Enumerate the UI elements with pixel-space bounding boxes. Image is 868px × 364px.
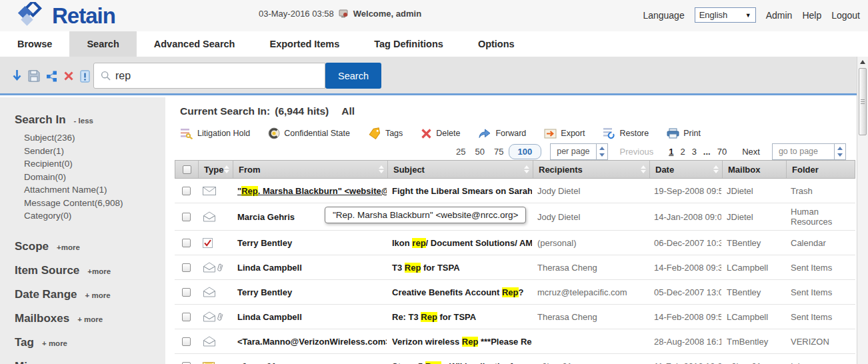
page-number-1[interactable]: 1 xyxy=(665,147,677,157)
sidebar-item-sender[interactable]: Sender(1) xyxy=(24,145,165,158)
sidebar-item-subject[interactable]: Subject(236) xyxy=(24,131,165,145)
subject-cell[interactable]: T3 Rep for TSPA xyxy=(387,263,532,273)
admin-link[interactable]: Admin xyxy=(766,10,793,21)
search-tool-icons xyxy=(12,69,90,83)
sidebar-item-domain[interactable]: Domain(0) xyxy=(24,171,165,184)
row-checkbox[interactable] xyxy=(182,239,191,247)
subject-cell[interactable]: Ikon rep/ Document Solutions/ AM Meeting xyxy=(387,238,532,248)
page-number-70[interactable]: 70 xyxy=(714,147,730,157)
tab-tag-definitions[interactable]: Tag Definitions xyxy=(357,31,461,57)
saved-searches-icon[interactable] xyxy=(80,70,90,83)
column-header-subject[interactable]: Subject xyxy=(387,161,533,178)
forward-button[interactable]: Forward xyxy=(478,128,526,139)
from-cell[interactable]: Terry Bentley xyxy=(232,238,387,248)
page-size-50[interactable]: 50 xyxy=(471,145,489,158)
language-select[interactable]: English ▼ xyxy=(695,7,756,23)
sidebar-section-mailboxes: Mailboxes+ more xyxy=(0,312,165,325)
column-header-from[interactable]: From xyxy=(233,161,387,178)
subject-cell[interactable]: Creative Benefits Account Rep? xyxy=(387,287,532,297)
scrollbar-thumb[interactable] xyxy=(859,68,867,135)
subject-cell[interactable]: Fight the Liberal Smears on Sarah Palin xyxy=(387,186,532,196)
main-scrollbar[interactable] xyxy=(857,57,868,364)
per-page-spinner[interactable]: per page xyxy=(550,143,607,160)
date-cell: 06-Dec-2007 10:33 xyxy=(649,238,721,248)
select-all-checkbox[interactable] xyxy=(183,165,191,174)
tab-search[interactable]: Search xyxy=(69,31,136,57)
sidebar-section-toggle[interactable]: + more xyxy=(85,291,111,299)
sort-arrows-icon[interactable] xyxy=(641,165,646,173)
from-cell[interactable]: <Tara.Manno@VerizonWireless.com> xyxy=(232,337,387,347)
sidebar-item-recipient[interactable]: Recipient(0) xyxy=(24,157,165,171)
column-header-date[interactable]: Date xyxy=(649,161,722,178)
subject-cell[interactable]: Verizon wireless Rep ***Please Read*** xyxy=(387,337,532,347)
column-header-type[interactable]: Type xyxy=(198,161,233,178)
search-input[interactable] xyxy=(115,70,318,82)
clear-icon[interactable] xyxy=(63,71,74,81)
language-label: Language xyxy=(643,10,684,21)
confidential-state-button[interactable]: Confidential State xyxy=(268,127,350,139)
tags-button[interactable]: Tags xyxy=(368,127,403,139)
goto-page-spinner[interactable]: go to page xyxy=(772,143,846,160)
page-number-3[interactable]: 3 xyxy=(689,147,700,157)
help-link[interactable]: Help xyxy=(802,10,821,21)
column-header-recipients[interactable]: Recipients xyxy=(533,161,649,178)
from-cell[interactable]: Linda Campbell xyxy=(232,312,387,322)
from-cell[interactable]: Terry Bentley xyxy=(232,287,387,297)
save-icon[interactable] xyxy=(28,70,40,82)
sidebar-section-toggle[interactable]: +more xyxy=(87,267,111,275)
row-checkbox[interactable] xyxy=(182,263,191,272)
print-button[interactable]: Print xyxy=(667,128,701,139)
share-icon[interactable] xyxy=(46,71,57,82)
page-number-2[interactable]: 2 xyxy=(677,147,688,157)
row-checkbox[interactable] xyxy=(182,337,191,346)
litigation-hold-button[interactable]: Litigation Hold xyxy=(180,128,250,139)
folder-cell: VERIZON xyxy=(785,337,855,347)
sidebar-section-toggle[interactable]: +more xyxy=(57,243,80,251)
tab-browse[interactable]: Browse xyxy=(0,31,69,57)
page-size-100[interactable]: 100 xyxy=(509,144,542,159)
item-type-cell xyxy=(197,262,232,273)
subject-cell[interactable]: Re: T3 Rep for TSPA xyxy=(387,312,532,322)
from-cell[interactable]: c0neve01 xyxy=(232,361,387,364)
from-cell[interactable]: "Rep. Marsha Blackburn" <website@nrcc.or xyxy=(232,186,387,196)
page-size-75[interactable]: 75 xyxy=(489,145,508,158)
search-in-toggle[interactable]: - less xyxy=(74,117,93,125)
tab-advanced-search[interactable]: Advanced Search xyxy=(137,31,253,57)
search-button[interactable]: Search xyxy=(325,63,381,89)
sort-arrows-icon[interactable] xyxy=(224,165,229,173)
restore-button[interactable]: Restore xyxy=(603,127,649,139)
export-button[interactable]: Export xyxy=(544,129,585,139)
delete-button[interactable]: Delete xyxy=(421,128,460,139)
next-page-button[interactable]: Next xyxy=(739,147,763,157)
scroll-up-icon[interactable] xyxy=(860,60,865,64)
tab-exported-items[interactable]: Exported Items xyxy=(252,31,357,57)
spinner-arrows-icon[interactable] xyxy=(596,144,607,159)
download-icon[interactable] xyxy=(12,69,22,83)
item-type-cell xyxy=(197,311,232,322)
row-checkbox[interactable] xyxy=(182,187,191,195)
sidebar-item-category[interactable]: Category(0) xyxy=(24,209,165,223)
sort-arrows-icon[interactable] xyxy=(713,165,719,173)
spinner-arrows-icon[interactable] xyxy=(834,144,845,159)
sidebar-section-toggle[interactable]: + more xyxy=(77,315,103,323)
sort-arrows-icon[interactable] xyxy=(379,165,384,173)
results-scope[interactable]: All xyxy=(341,105,355,117)
row-checkbox[interactable] xyxy=(182,313,191,321)
page-size-25[interactable]: 25 xyxy=(451,145,470,158)
row-checkbox[interactable] xyxy=(182,288,191,297)
previous-page-button[interactable]: Previous xyxy=(617,147,657,157)
sidebar-section-toggle[interactable]: + more xyxy=(42,339,67,347)
app-header: Retain 03-May-2016 03:58 Welcome, admin … xyxy=(0,0,868,31)
logout-link[interactable]: Logout xyxy=(831,10,860,21)
tab-options[interactable]: Options xyxy=(461,31,532,57)
row-checkbox[interactable] xyxy=(182,213,191,221)
sort-arrows-icon[interactable] xyxy=(524,165,529,173)
row-checkbox[interactable] xyxy=(182,362,191,364)
sidebar-item-message-content[interactable]: Message Content(6,908) xyxy=(24,197,165,210)
subject-cell[interactable]: Stage 5 Rep - Wikipedia, the free encycl xyxy=(387,361,532,364)
recipients-cell: Therasa Cheng xyxy=(532,312,649,322)
recipients-cell: Jody Dietel xyxy=(532,186,649,196)
mailbox-cell: LCampbell xyxy=(721,312,785,322)
sidebar-item-attachment-name[interactable]: Attachment Name(1) xyxy=(24,183,165,197)
from-cell[interactable]: Linda Campbell xyxy=(232,263,387,273)
